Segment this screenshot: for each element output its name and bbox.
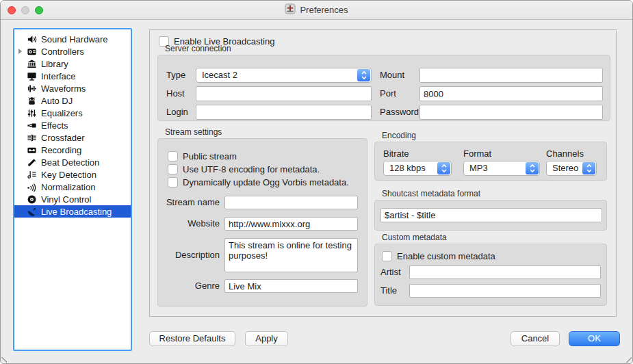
website-label: Website — [158, 217, 220, 231]
resize-grip-bottom-right[interactable] — [626, 357, 632, 363]
shoutcast-metadata-title: Shoutcast metadata format — [382, 189, 480, 198]
stream-settings-title: Stream settings — [165, 127, 222, 137]
login-input[interactable] — [196, 105, 372, 120]
mount-input[interactable] — [419, 68, 603, 83]
type-select-value: Icecast 2 — [202, 68, 237, 82]
plug-icon — [26, 120, 37, 131]
utf8-label: Use UTF-8 encoding for metadata. — [183, 164, 320, 174]
sidebar-item-label: Interface — [41, 71, 76, 81]
sidebar-item-interface[interactable]: Interface — [14, 70, 131, 82]
sidebar-item-live-broadcasting[interactable]: Live Broadcasting — [14, 205, 131, 218]
sidebar-item-waveforms[interactable]: Waveforms — [14, 82, 131, 94]
enable-custom-metadata-row: Enable custom metadata — [382, 251, 495, 261]
sidebar-item-auto-dj[interactable]: Auto DJ — [14, 94, 131, 107]
bank-icon — [26, 58, 37, 69]
genre-input[interactable] — [224, 279, 358, 293]
sidebar-item-beat-detection[interactable]: Beat Detection — [14, 156, 131, 168]
port-input[interactable] — [419, 86, 603, 101]
title-bar[interactable]: Preferences — [1, 1, 632, 20]
host-input[interactable] — [196, 86, 372, 101]
sidebar-item-sound-hardware[interactable]: Sound Hardware — [14, 33, 131, 45]
shoutcast-metadata-group: Shoutcast metadata format — [374, 200, 607, 231]
resize-grip-bottom-left[interactable] — [1, 357, 7, 363]
sidebar-item-label: Auto DJ — [41, 96, 73, 106]
cancel-button[interactable]: Cancel — [511, 331, 560, 346]
sidebar-item-label: Recording — [41, 145, 81, 155]
bitrate-select-value: 128 kbps — [389, 161, 426, 175]
sidebar-item-recording[interactable]: Recording — [14, 144, 131, 156]
sidebar-item-vinyl-control[interactable]: Vinyl Control — [14, 193, 131, 205]
sidebar-item-label: Vinyl Control — [41, 194, 91, 205]
sidebar-item-key-detection[interactable]: Key Detection — [14, 168, 131, 181]
stepper-arrows-icon — [357, 69, 370, 81]
website-input[interactable] — [224, 217, 358, 231]
window-title: Preferences — [300, 5, 348, 15]
music-key-icon — [26, 169, 37, 180]
ogg-metadata-row: Dynamically update Ogg Vorbis metadata. — [168, 177, 349, 187]
sidebar-item-label: Library — [41, 59, 68, 69]
shoutcast-format-input[interactable] — [380, 208, 602, 222]
ogg-metadata-label: Dynamically update Ogg Vorbis metadata. — [183, 177, 349, 187]
waveform-icon — [26, 83, 37, 94]
preferences-app-icon — [285, 3, 296, 16]
sidebar-item-library[interactable]: Library — [14, 57, 131, 70]
encoding-title: Encoding — [382, 131, 416, 140]
title-input[interactable] — [409, 284, 601, 298]
sidebar-item-crossfader[interactable]: Crossfader — [14, 131, 131, 144]
sidebar-item-label: Key Detection — [41, 170, 96, 180]
apply-button[interactable]: Apply — [245, 331, 288, 346]
sidebar-item-label: Sound Hardware — [41, 34, 108, 44]
sidebar-item-effects[interactable]: Effects — [14, 119, 131, 131]
format-select-value: MP3 — [469, 161, 488, 175]
eq-sliders-icon — [26, 107, 37, 118]
sidebar-item-label: Equalizers — [41, 108, 83, 118]
type-select[interactable]: Icecast 2 — [196, 68, 372, 83]
bitrate-select[interactable]: 128 kbps — [383, 161, 452, 176]
title-label: Title — [380, 284, 397, 298]
type-label: Type — [166, 68, 185, 83]
restore-defaults-button[interactable]: Restore Defaults — [149, 331, 235, 346]
stream-name-label: Stream name — [158, 196, 220, 209]
utf8-row: Use UTF-8 encoding for metadata. — [168, 164, 320, 174]
vinyl-record-icon — [26, 194, 37, 205]
preferences-window: Preferences Sound Hardware Controllers L… — [0, 0, 633, 364]
description-textarea[interactable]: This stream is online for testing purpos… — [224, 238, 358, 272]
server-connection-group: Server connection Type Icecast 2 Mount H… — [157, 55, 610, 121]
public-stream-checkbox[interactable] — [168, 151, 178, 161]
public-stream-row: Public stream — [168, 151, 237, 161]
preferences-sidebar[interactable]: Sound Hardware Controllers Library Inter… — [13, 28, 132, 351]
stepper-arrows-icon — [437, 162, 450, 174]
artist-label: Artist — [380, 265, 401, 279]
login-label: Login — [166, 105, 188, 120]
enable-custom-metadata-checkbox[interactable] — [382, 251, 392, 261]
stream-name-input[interactable] — [224, 196, 358, 209]
utf8-checkbox[interactable] — [168, 164, 178, 174]
bitrate-label: Bitrate — [383, 147, 409, 161]
artist-input[interactable] — [409, 265, 601, 279]
channels-select[interactable]: Stereo — [546, 161, 597, 176]
ogg-metadata-checkbox[interactable] — [168, 177, 178, 187]
custom-metadata-title: Custom metadata — [382, 233, 447, 242]
sidebar-item-controllers[interactable]: Controllers — [14, 45, 131, 57]
description-label: Description — [158, 248, 220, 262]
sidebar-item-label: Effects — [41, 120, 68, 131]
ok-button[interactable]: OK — [569, 331, 620, 346]
controller-icon — [26, 46, 37, 57]
sidebar-item-label: Live Broadcasting — [41, 207, 112, 217]
crossfader-icon — [26, 132, 37, 143]
disclosure-triangle-icon[interactable] — [14, 49, 26, 54]
sidebar-item-label: Beat Detection — [41, 157, 99, 168]
format-select[interactable]: MP3 — [463, 161, 540, 176]
sidebar-item-label: Normalization — [41, 182, 95, 192]
channels-label: Channels — [546, 147, 584, 161]
stream-settings-group: Stream settings Public stream Use UTF-8 … — [157, 138, 367, 307]
satellite-dish-icon — [26, 206, 37, 217]
soundwave-icon — [26, 181, 37, 192]
monitor-icon — [26, 70, 37, 81]
sidebar-item-label: Crossfader — [41, 133, 85, 143]
password-input[interactable] — [419, 105, 603, 120]
wand-icon — [26, 157, 37, 168]
sidebar-item-normalization[interactable]: Normalization — [14, 181, 131, 193]
sidebar-item-equalizers[interactable]: Equalizers — [14, 107, 131, 119]
sidebar-item-label: Controllers — [41, 47, 84, 57]
